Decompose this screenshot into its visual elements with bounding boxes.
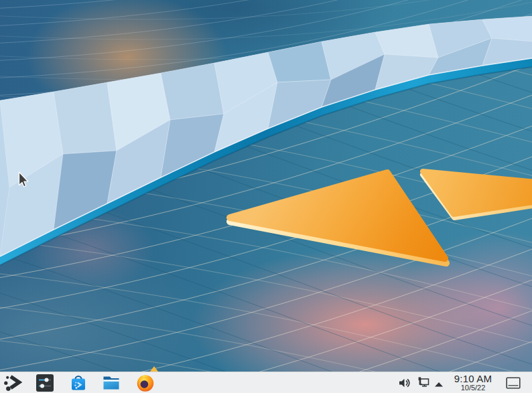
taskbar: 9:10 AM 10/5/22 xyxy=(0,372,532,393)
chevron-up-icon xyxy=(434,380,444,388)
firefox-icon xyxy=(136,374,155,392)
task-icon-firefox[interactable] xyxy=(136,374,155,392)
tray-expander-button[interactable] xyxy=(434,379,444,387)
clock-date: 10/5/22 xyxy=(446,384,500,392)
digital-clock[interactable]: 9:10 AM 10/5/22 xyxy=(446,373,500,393)
task-icon-dolphin[interactable] xyxy=(102,374,121,392)
show-desktop-button[interactable] xyxy=(506,377,521,389)
app-launcher-button[interactable] xyxy=(3,374,22,392)
clock-time: 9:10 AM xyxy=(446,374,500,384)
volume-tray-button[interactable] xyxy=(398,376,411,390)
wallpaper[interactable] xyxy=(0,0,532,372)
show-desktop-icon xyxy=(506,377,521,389)
folder-icon xyxy=(102,374,121,392)
network-tray-button[interactable] xyxy=(417,376,431,390)
kde-launcher-icon xyxy=(3,374,22,392)
system-settings-icon xyxy=(36,374,54,392)
task-icon-discover[interactable] xyxy=(69,374,88,392)
task-icon-system-settings[interactable] xyxy=(36,374,54,392)
network-icon xyxy=(417,376,431,390)
volume-icon xyxy=(398,376,411,390)
discover-icon xyxy=(69,374,88,392)
desktop[interactable]: 9:10 AM 10/5/22 xyxy=(0,0,532,393)
